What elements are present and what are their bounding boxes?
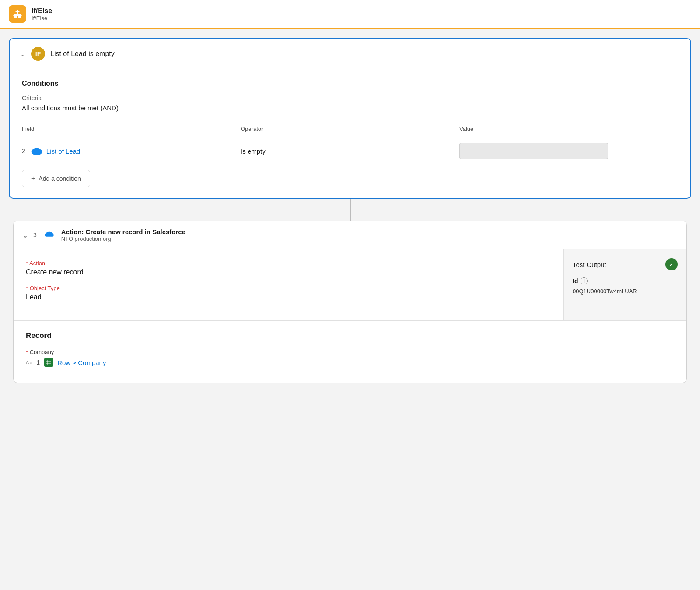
action-subtitle: NTO production org xyxy=(61,235,186,242)
app-title-group: If/Else If/Else xyxy=(32,7,52,21)
plus-icon: + xyxy=(31,175,35,183)
action-number: 3 xyxy=(33,232,37,239)
if-header: ⌄ IF List of Lead is empty xyxy=(10,39,690,69)
if-badge: IF xyxy=(31,47,45,61)
if-card: ⌄ IF List of Lead is empty Conditions Cr… xyxy=(9,38,691,199)
salesforce-icon xyxy=(31,145,43,157)
branch-divider xyxy=(9,199,691,221)
output-id-label: Id i xyxy=(573,277,678,284)
test-output-title: Test Output xyxy=(573,261,606,268)
action-body: Action Create new record Object Type Lea… xyxy=(14,249,686,320)
check-icon: ✓ xyxy=(665,258,678,270)
app-subtitle: If/Else xyxy=(32,15,52,21)
if-collapse-icon[interactable]: ⌄ xyxy=(20,50,26,58)
test-output-header: Test Output ✓ xyxy=(573,258,678,270)
criteria-value: All conditions must be met (AND) xyxy=(22,104,678,112)
action-header: ⌄ 3 Action: Create new record in Salesfo… xyxy=(14,221,686,249)
action-field-group: Action Create new record xyxy=(26,260,551,276)
field-link[interactable]: List of Lead xyxy=(46,148,80,155)
if-header-text: List of Lead is empty xyxy=(50,50,115,58)
test-output-panel: Test Output ✓ Id i 00Q1U00000Tw4mLUAR xyxy=(564,249,686,320)
record-title: Record xyxy=(26,331,674,340)
action-label: Action xyxy=(26,260,551,267)
field-table-header: Field Operator Value xyxy=(22,122,678,136)
object-type-field-group: Object Type Lead xyxy=(26,285,551,301)
company-row-number: 1 xyxy=(36,359,40,366)
col-header-operator: Operator xyxy=(241,126,459,132)
col-header-field: Field xyxy=(22,126,241,132)
col-header-value: Value xyxy=(459,126,678,132)
top-header: If/Else If/Else xyxy=(0,0,700,29)
value-input[interactable] xyxy=(459,143,608,159)
action-salesforce-icon xyxy=(42,230,56,240)
criteria-label: Criteria xyxy=(22,95,678,102)
company-field-row: Aa 1 Row > Company xyxy=(26,358,674,367)
record-company-group: Company Aa 1 Row > xyxy=(26,349,674,367)
action-left-panel: Action Create new record Object Type Lea… xyxy=(14,249,564,320)
value-cell xyxy=(459,143,678,159)
record-section: Record Company Aa 1 xyxy=(14,321,686,383)
action-card: ⌄ 3 Action: Create new record in Salesfo… xyxy=(13,221,687,383)
operator-cell: Is empty xyxy=(241,148,459,155)
object-type-value: Lead xyxy=(26,293,551,301)
svg-rect-4 xyxy=(46,360,51,365)
type-icon: Aa xyxy=(26,360,32,365)
action-value: Create new record xyxy=(26,268,551,276)
conditions-title: Conditions xyxy=(22,80,678,88)
action-collapse-icon[interactable]: ⌄ xyxy=(22,231,28,239)
object-type-label: Object Type xyxy=(26,285,551,291)
field-cell: 2 List of Lead xyxy=(22,145,241,157)
app-title: If/Else xyxy=(32,7,52,15)
add-condition-label: Add a condition xyxy=(38,175,81,182)
company-row-link[interactable]: Row > Company xyxy=(57,359,106,366)
app-icon xyxy=(9,5,26,23)
main-content: ⌄ IF List of Lead is empty Conditions Cr… xyxy=(0,29,700,392)
table-row: 2 List of Lead Is empty xyxy=(22,139,678,163)
if-else-icon xyxy=(12,9,23,19)
conditions-section: Conditions Criteria All conditions must … xyxy=(10,69,690,198)
spreadsheet-icon xyxy=(44,358,53,367)
company-label: Company xyxy=(26,349,674,355)
info-icon[interactable]: i xyxy=(581,277,588,284)
action-title-group: Action: Create new record in Salesforce … xyxy=(61,228,186,242)
field-row-number: 2 xyxy=(22,148,25,155)
add-condition-button[interactable]: + Add a condition xyxy=(22,170,90,187)
action-title: Action: Create new record in Salesforce xyxy=(61,228,186,235)
output-id-value: 00Q1U00000Tw4mLUAR xyxy=(573,288,678,295)
